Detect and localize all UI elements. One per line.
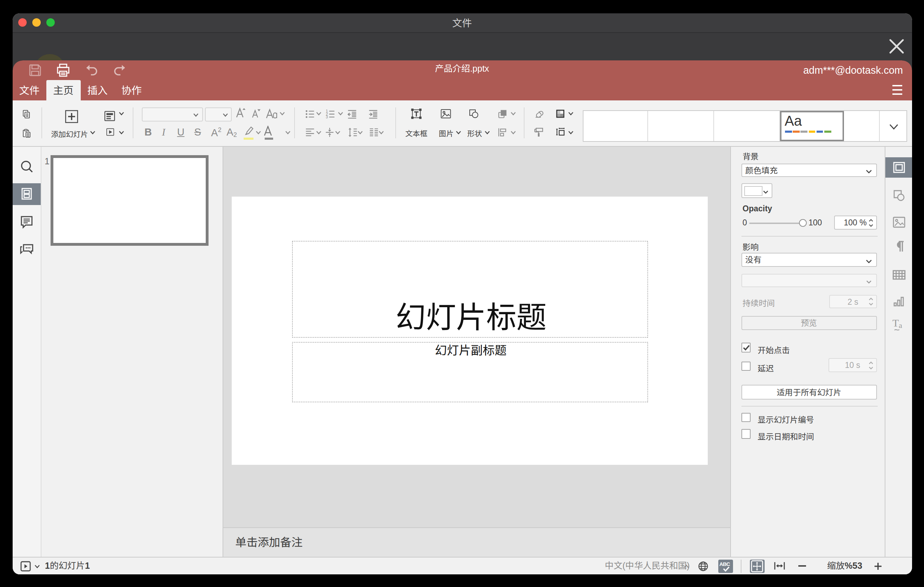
svg-text:T: T (892, 317, 898, 329)
svg-text:3: 3 (325, 114, 328, 119)
svg-text:a: a (898, 321, 902, 330)
svg-text:ABC: ABC (719, 561, 730, 567)
